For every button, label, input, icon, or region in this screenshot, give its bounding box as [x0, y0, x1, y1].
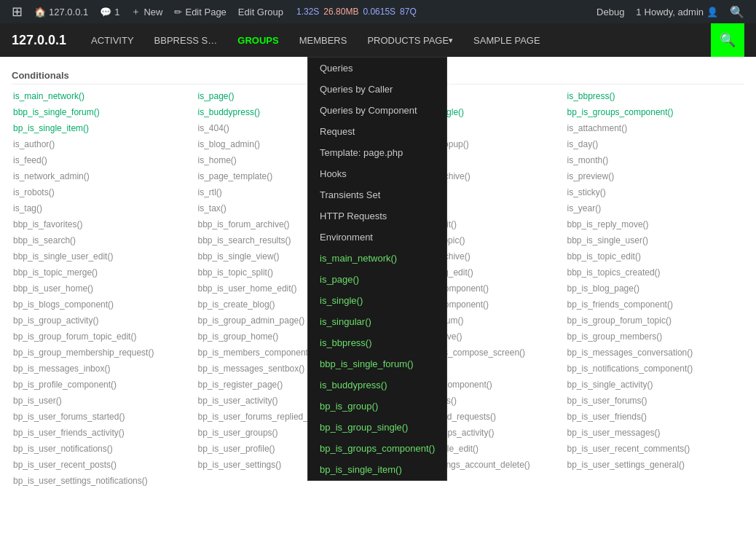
conditional-item: bbp_is_single_user_edit(): [12, 249, 191, 264]
conditional-item: is_preview(): [566, 169, 745, 184]
dropdown-item-10[interactable]: is_page(): [308, 269, 446, 290]
dropdown-item-7[interactable]: HTTP Requests: [308, 205, 446, 227]
qm-time: 1.32S: [296, 7, 319, 17]
conditional-item: bbp_is_user_home(): [12, 281, 191, 296]
edit-group-button[interactable]: Edit Group: [232, 0, 289, 23]
new-label: New: [143, 7, 162, 17]
conditional-item: bp_is_user_recent_posts(): [12, 458, 191, 472]
adminbar-right: Debug 1 Howdy, admin 👤 🔍: [591, 0, 750, 23]
conditional-item: bp_is_group_forum_topic(): [566, 313, 745, 328]
conditional-item: bbp_is_single_user(): [566, 233, 745, 248]
conditional-item: bp_is_single_item(): [12, 121, 191, 136]
conditional-item: is_sticky(): [566, 185, 745, 200]
conditional-item: bbp_is_favorites(): [12, 217, 191, 232]
conditional-item: bp_is_user_settings_notifications(): [12, 474, 191, 488]
nav-sample-page[interactable]: SAMPLE PAGE: [463, 23, 551, 57]
conditional-item: bp_is_user_messages(): [566, 425, 745, 440]
query-monitor-button[interactable]: 1.32S 26.80MB 0.0615S 87Q: [289, 0, 424, 23]
conditional-item: bbp_is_single_forum(): [12, 105, 191, 119]
conditional-item: bbp_is_topics_created(): [566, 265, 745, 280]
conditional-item: bp_is_groups_component(): [566, 105, 745, 119]
nav-bbpress[interactable]: BBPRESS S…: [144, 23, 228, 57]
qm-queries: 87Q: [400, 7, 417, 17]
nav-activity[interactable]: ACTIVITY: [81, 23, 144, 57]
conditional-item: bp_is_user_forums_started(): [12, 409, 191, 424]
conditional-item: bp_is_profile_component(): [12, 377, 191, 392]
conditional-item: is_bbpress(): [566, 89, 745, 103]
conditional-item: bp_is_blog_page(): [566, 281, 745, 296]
conditional-item: bp_is_blogs_component(): [12, 297, 191, 312]
site-name-label: 127.0.0.1: [49, 7, 88, 17]
nav-bbpress-label: BBPRESS S…: [154, 35, 218, 46]
notification-badge: 1: [636, 7, 641, 17]
conditional-item: bp_is_user_forums(): [566, 393, 745, 408]
nav-products-label: PRODUCTS PAGE: [367, 35, 449, 46]
dropdown-item-6[interactable]: Transients Set: [308, 184, 446, 205]
conditional-item: bp_is_group_forum_topic_edit(): [12, 329, 191, 344]
dropdown-item-12[interactable]: is_singular(): [308, 311, 446, 332]
dropdown-item-11[interactable]: is_single(): [308, 290, 446, 311]
dropdown-item-2[interactable]: Queries by Component: [308, 100, 446, 121]
edit-page-button[interactable]: ✏ Edit Page: [168, 0, 232, 23]
conditional-item: is_day(): [566, 137, 745, 152]
site-nav: 127.0.0.1 ACTIVITY BBPRESS S… GROUPS MEM…: [0, 23, 756, 57]
conditional-item: bp_is_user_friends_activity(): [12, 425, 191, 440]
nav-members[interactable]: MEMBERS: [289, 23, 358, 57]
comments-count: 1: [114, 7, 119, 17]
dropdown-item-5[interactable]: Hooks: [308, 163, 446, 184]
wp-logo-button[interactable]: ⊞: [6, 0, 28, 23]
site-name-button[interactable]: 🏠 127.0.0.1: [28, 0, 94, 23]
dropdown-item-0[interactable]: Queries: [308, 58, 446, 79]
edit-group-label: Edit Group: [238, 7, 283, 17]
conditional-item: bbp_is_search(): [12, 233, 191, 248]
conditional-item: bp_is_messages_inbox(): [12, 361, 191, 376]
dropdown-item-4[interactable]: Template: page.php: [308, 142, 446, 163]
nav-activity-label: ACTIVITY: [91, 35, 134, 46]
new-content-button[interactable]: ＋ New: [125, 0, 168, 23]
conditional-item: is_main_network(): [12, 89, 191, 103]
edit-page-label: Edit Page: [185, 7, 226, 17]
plus-icon: ＋: [131, 5, 141, 18]
nav-products-page[interactable]: PRODUCTS PAGE: [357, 23, 463, 57]
conditional-item: is_tag(): [12, 201, 191, 216]
conditional-item: bp_is_group_activity(): [12, 313, 191, 328]
conditional-item: is_month(): [566, 153, 745, 168]
dropdown-item-17[interactable]: bp_is_group_single(): [308, 417, 446, 438]
dropdown-item-9[interactable]: is_main_network(): [308, 248, 446, 269]
conditional-item: bp_is_notifications_component(): [566, 361, 745, 376]
user-avatar-icon: 👤: [706, 7, 718, 17]
admin-search-button[interactable]: 🔍: [724, 0, 750, 23]
nav-groups-label: GROUPS: [237, 35, 278, 46]
site-title: 127.0.0.1: [12, 33, 66, 48]
conditional-item: bp_is_user_settings_general(): [566, 458, 745, 472]
conditional-item: bbp_is_topic_merge(): [12, 265, 191, 280]
dropdown-item-18[interactable]: bp_is_groups_component(): [308, 438, 446, 459]
query-monitor-dropdown: QueriesQueries by CallerQueries by Compo…: [307, 57, 447, 481]
conditional-item: bp_is_user_notifications(): [12, 441, 191, 456]
nav-sample-label: SAMPLE PAGE: [473, 35, 540, 46]
dropdown-item-16[interactable]: bp_is_group(): [308, 396, 446, 417]
dropdown-item-8[interactable]: Environment: [308, 227, 446, 248]
pencil-icon: ✏: [174, 7, 182, 17]
dropdown-item-1[interactable]: Queries by Caller: [308, 79, 446, 100]
user-label: Howdy, admin: [645, 7, 704, 17]
nav-groups[interactable]: GROUPS: [227, 23, 288, 57]
dropdown-item-15[interactable]: is_buddypress(): [308, 374, 446, 396]
dropdown-item-19[interactable]: bp_is_single_item(): [308, 459, 446, 480]
conditional-item: is_year(): [566, 201, 745, 216]
conditional-item: bp_is_messages_conversation(): [566, 345, 745, 360]
dropdown-item-3[interactable]: Request: [308, 121, 446, 142]
nav-search-button[interactable]: 🔍: [711, 23, 744, 57]
qm-query-time: 0.0615S: [363, 7, 395, 17]
debug-label: Debug: [596, 7, 624, 17]
comments-button[interactable]: 💬 1: [94, 0, 125, 23]
conditional-item: bp_is_user_friends(): [566, 409, 745, 424]
user-menu-button[interactable]: 1 Howdy, admin 👤: [630, 0, 724, 23]
conditional-item: bp_is_single_activity(): [566, 377, 745, 392]
qm-memory: 26.80MB: [323, 7, 358, 17]
dropdown-item-14[interactable]: bbp_is_single_forum(): [308, 353, 446, 374]
dropdown-item-13[interactable]: is_bbpress(): [308, 332, 446, 353]
debug-button[interactable]: Debug: [591, 0, 630, 23]
comments-icon: 💬: [100, 7, 111, 17]
conditional-item: bp_is_user_recent_comments(): [566, 441, 745, 456]
